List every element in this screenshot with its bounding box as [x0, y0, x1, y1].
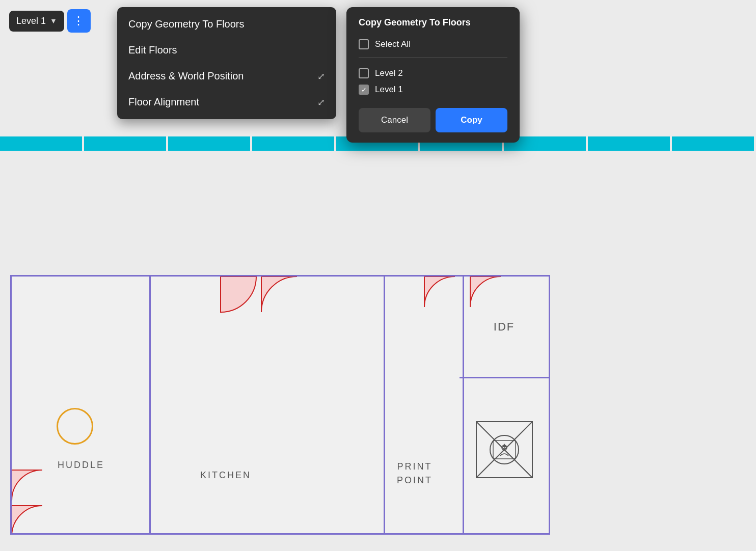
cyan-strip [252, 136, 334, 151]
idf-room-bottom [460, 378, 549, 521]
floorplan-rooms: IDF HUDDLE KITCHEN PRINTPOINT [10, 275, 550, 535]
huddle-label: HUDDLE [58, 460, 104, 471]
level-selector[interactable]: Level 1 ▼ [9, 11, 64, 32]
dialog-divider [359, 58, 507, 58]
select-all-checkbox[interactable] [359, 39, 369, 49]
menu-item-copy-geometry[interactable]: Copy Geometry To Floors [117, 11, 336, 37]
external-link-icon: ⤢ [317, 97, 325, 108]
idf-room-top: IDF [460, 277, 549, 378]
context-menu: Copy Geometry To Floors Edit Floors Addr… [117, 7, 336, 119]
menu-item-label: Edit Floors [128, 44, 177, 56]
level-2-label: Level 2 [375, 68, 403, 78]
cyan-strip [168, 136, 250, 151]
cyan-strip [588, 136, 670, 151]
cancel-button[interactable]: Cancel [359, 108, 430, 132]
menu-item-address-world[interactable]: Address & World Position ⤢ [117, 63, 336, 89]
menu-item-label: Copy Geometry To Floors [128, 18, 245, 30]
menu-item-floor-alignment[interactable]: Floor Alignment ⤢ [117, 89, 336, 115]
menu-item-label: Address & World Position [128, 70, 244, 82]
external-link-icon: ⤢ [317, 71, 325, 82]
idf-label: IDF [494, 320, 515, 334]
level-2-checkbox[interactable] [359, 68, 369, 78]
equipment-icon [474, 419, 535, 480]
toolbar: Level 1 ▼ ⋮ [9, 9, 91, 33]
level-label: Level 1 [16, 16, 46, 26]
level-1-row[interactable]: Level 1 [359, 81, 507, 98]
dots-menu-button[interactable]: ⋮ [67, 9, 91, 33]
room-divider [384, 277, 385, 533]
cyan-strip [672, 136, 754, 151]
level-1-label: Level 1 [375, 85, 403, 95]
dialog-title: Copy Geometry To Floors [359, 17, 507, 28]
copy-button[interactable]: Copy [436, 108, 507, 132]
level-1-checkbox[interactable] [359, 85, 369, 95]
menu-item-edit-floors[interactable]: Edit Floors [117, 37, 336, 63]
kitchen-label: KITCHEN [200, 470, 251, 481]
chevron-down-icon: ▼ [50, 17, 57, 25]
huddle-circle [57, 408, 93, 445]
cyan-strip [0, 136, 82, 151]
select-all-label: Select All [375, 39, 411, 49]
copy-geometry-dialog: Copy Geometry To Floors Select All Level… [346, 7, 520, 143]
menu-item-label: Floor Alignment [128, 96, 199, 108]
cyan-strip [84, 136, 166, 151]
room-divider [149, 277, 151, 533]
dialog-buttons: Cancel Copy [359, 108, 507, 132]
select-all-row[interactable]: Select All [359, 36, 507, 52]
dots-icon: ⋮ [73, 14, 85, 27]
level-2-row[interactable]: Level 2 [359, 65, 507, 81]
print-point-label: PRINTPOINT [397, 460, 433, 487]
